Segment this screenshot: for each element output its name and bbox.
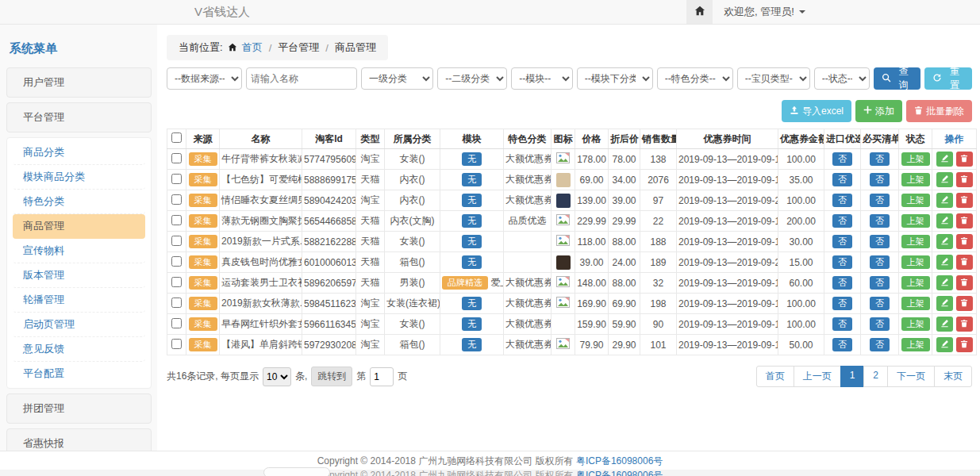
sidebar-group-bottom-0[interactable]: 拼团管理 — [6, 393, 152, 424]
sidebar-item-4[interactable]: 宣传物料 — [13, 239, 145, 263]
edit-button[interactable] — [936, 213, 953, 228]
delete-button[interactable] — [956, 317, 973, 332]
import-select-badge[interactable]: 否 — [832, 152, 852, 166]
home-button[interactable] — [686, 0, 713, 24]
name-input[interactable] — [246, 67, 357, 90]
page-button-2[interactable]: 2 — [863, 366, 888, 387]
page-button-下一页[interactable]: 下一页 — [887, 366, 935, 387]
must-buy-badge[interactable]: 否 — [870, 235, 890, 248]
status-badge[interactable]: 上架 — [901, 317, 930, 331]
module-select[interactable]: --模块-- — [511, 67, 572, 90]
status-badge[interactable]: 上架 — [901, 276, 930, 290]
import-select-badge[interactable]: 否 — [832, 338, 852, 351]
row-checkbox[interactable] — [171, 194, 182, 205]
status-badge[interactable]: 上架 — [901, 235, 930, 248]
level1-category-select[interactable]: 一级分类 — [361, 67, 433, 90]
row-checkbox[interactable] — [171, 277, 182, 287]
reset-button[interactable]: 重置 — [924, 67, 972, 90]
delete-button[interactable] — [956, 172, 973, 187]
module-sub-category-select[interactable]: --模块下分类-- — [577, 67, 653, 90]
jump-page-input[interactable] — [370, 367, 394, 386]
must-buy-badge[interactable]: 否 — [870, 214, 890, 228]
page-button-首页[interactable]: 首页 — [756, 366, 794, 387]
import-select-badge[interactable]: 否 — [832, 173, 852, 186]
level2-category-select[interactable]: --二级分类-- — [437, 67, 507, 90]
import-select-badge[interactable]: 否 — [832, 235, 852, 248]
row-checkbox[interactable] — [171, 256, 182, 267]
delete-button[interactable] — [956, 213, 973, 228]
row-checkbox[interactable] — [171, 153, 182, 163]
must-buy-badge[interactable]: 否 — [870, 297, 890, 310]
edit-button[interactable] — [936, 172, 953, 187]
sidebar-group-0[interactable]: 用户管理 — [6, 67, 152, 98]
delete-button[interactable] — [956, 193, 973, 208]
status-badge[interactable]: 上架 — [901, 152, 930, 166]
edit-button[interactable] — [936, 275, 953, 290]
status-select[interactable]: --状态-- — [814, 67, 870, 90]
delete-button[interactable] — [956, 296, 973, 311]
row-checkbox[interactable] — [171, 215, 182, 225]
delete-button[interactable] — [956, 337, 973, 352]
import-select-badge[interactable]: 否 — [832, 194, 852, 207]
import-select-badge[interactable]: 否 — [832, 276, 852, 290]
sidebar-item-2[interactable]: 特色分类 — [13, 190, 145, 214]
edit-button[interactable] — [936, 234, 953, 249]
search-button[interactable]: 查询 — [874, 67, 921, 90]
add-button[interactable]: 添加 — [855, 100, 902, 122]
must-buy-badge[interactable]: 否 — [870, 338, 890, 351]
edit-button[interactable] — [936, 317, 953, 332]
row-checkbox[interactable] — [171, 339, 182, 349]
page-button-上一页[interactable]: 上一页 — [794, 366, 841, 387]
item-type-select[interactable]: --宝贝类型-- — [737, 67, 810, 90]
sidebar-item-0[interactable]: 商品分类 — [13, 140, 145, 165]
row-checkbox[interactable] — [171, 174, 182, 184]
import-select-badge[interactable]: 否 — [832, 214, 852, 228]
per-page-select[interactable]: 10 — [263, 367, 291, 386]
delete-button[interactable] — [956, 275, 973, 290]
delete-button[interactable] — [956, 234, 973, 249]
sidebar-item-9[interactable]: 平台配置 — [13, 362, 145, 386]
row-checkbox[interactable] — [171, 318, 182, 328]
jump-button[interactable]: 跳转到 — [311, 367, 352, 386]
sidebar-item-3[interactable]: 商品管理 — [13, 214, 145, 239]
edit-button[interactable] — [936, 193, 953, 208]
user-menu[interactable]: 欢迎您, 管理员! — [724, 5, 805, 19]
sidebar-item-7[interactable]: 启动页管理 — [13, 313, 145, 337]
sidebar-group-1[interactable]: 平台管理 — [6, 102, 152, 132]
import-select-badge[interactable]: 否 — [832, 255, 852, 269]
status-badge[interactable]: 上架 — [901, 173, 930, 186]
must-buy-badge[interactable]: 否 — [870, 194, 890, 207]
import-select-badge[interactable]: 否 — [832, 317, 852, 331]
sidebar-item-5[interactable]: 版本管理 — [13, 263, 145, 288]
must-buy-badge[interactable]: 否 — [870, 152, 890, 166]
status-badge[interactable]: 上架 — [901, 297, 930, 310]
must-buy-badge[interactable]: 否 — [870, 317, 890, 331]
import-select-badge[interactable]: 否 — [832, 297, 852, 310]
status-badge[interactable]: 上架 — [901, 214, 930, 228]
edit-button[interactable] — [936, 337, 953, 352]
data-source-select[interactable]: --数据来源-- — [167, 67, 242, 90]
edit-button[interactable] — [936, 255, 953, 270]
edit-button[interactable] — [936, 296, 953, 311]
horizontal-scrollbar-thumb[interactable] — [263, 467, 330, 476]
must-buy-badge[interactable]: 否 — [870, 276, 890, 290]
breadcrumb-home-link[interactable]: 首页 — [242, 40, 263, 55]
sidebar-item-1[interactable]: 模块商品分类 — [13, 165, 145, 190]
import-excel-button[interactable]: 导入excel — [782, 100, 851, 122]
special-category-select[interactable]: --特色分类-- — [657, 67, 733, 90]
status-badge[interactable]: 上架 — [901, 338, 930, 351]
delete-button[interactable] — [956, 255, 973, 270]
icp-link[interactable]: 粤ICP备16098006号 — [576, 455, 663, 466]
select-all-checkbox[interactable] — [171, 132, 182, 143]
row-checkbox[interactable] — [171, 236, 182, 246]
delete-button[interactable] — [956, 152, 973, 167]
sidebar-item-8[interactable]: 意见反馈 — [13, 337, 145, 362]
sidebar-item-6[interactable]: 轮播管理 — [13, 288, 145, 313]
must-buy-badge[interactable]: 否 — [870, 255, 890, 269]
batch-delete-button[interactable]: 批量删除 — [906, 100, 972, 122]
status-badge[interactable]: 上架 — [901, 194, 930, 207]
row-checkbox[interactable] — [171, 298, 182, 308]
status-badge[interactable]: 上架 — [901, 255, 930, 269]
must-buy-badge[interactable]: 否 — [870, 173, 890, 186]
page-button-1[interactable]: 1 — [840, 366, 865, 387]
